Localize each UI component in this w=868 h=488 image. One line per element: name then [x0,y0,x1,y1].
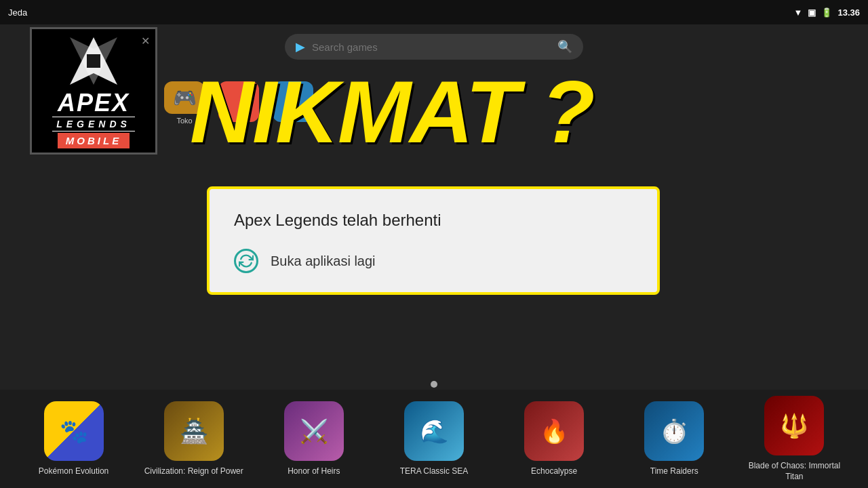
status-right: ▼ ▣ 🔋 13.36 [794,7,860,18]
legends-text: LEGENDS [52,117,135,131]
status-bar: Jeda ▼ ▣ 🔋 13.36 [0,0,868,24]
mobile-text: MOBILE [58,133,130,148]
svg-rect-2 [87,54,100,68]
search-input[interactable] [312,41,551,53]
game-item-echocalypse[interactable]: 🔥 Echocalypse [500,401,608,477]
civilization-icon: 🏯 [164,401,224,461]
game-item-honor[interactable]: ⚔️ Honor of Heirs [260,401,368,477]
timeraiders-label: Time Raiders [650,466,698,477]
search-bar-container: ▶ 🔍 [285,34,583,60]
echocalypse-icon: 🔥 [524,401,584,461]
search-icon[interactable]: 🔍 [557,39,572,54]
game-item-timeraiders[interactable]: ⏱️ Time Raiders [620,401,728,477]
civilization-label: Civilization: Reign of Power [144,466,243,477]
game-item-blade[interactable]: 🔱 Blade of Chaos: Immortal Titan [740,396,848,482]
pokemon-label: Pokémon Evolution [39,466,108,477]
battery-icon: 🔋 [821,7,832,18]
sim-icon: ▣ [808,7,816,18]
play-store-icon: ▶ [296,39,305,54]
game-item-tera[interactable]: 🌊 TERA Classic SEA [380,401,488,477]
pokemon-icon: 🐾 [44,401,104,461]
timeraiders-icon: ⏱️ [644,401,704,461]
blade-label: Blade of Chaos: Immortal Titan [740,461,848,482]
tera-label: TERA Classic SEA [400,466,469,477]
dialog-title: Apex Legends telah berhenti [234,211,633,230]
tera-icon: 🌊 [404,401,464,461]
bottom-games-row: 🐾 Pokémon Evolution 🏯 Civilization: Reig… [0,390,868,488]
nikmat-overlay-text: NIKMAT ? [190,68,593,156]
status-label: Jeda [8,7,27,18]
close-icon[interactable]: ✕ [141,35,150,47]
game-item-pokemon[interactable]: 🐾 Pokémon Evolution [20,401,128,477]
reopen-label: Buka aplikasi lagi [271,253,376,269]
apex-text: APEX [58,91,130,115]
crash-dialog: Apex Legends telah berhenti Buka aplikas… [207,186,660,295]
reopen-action[interactable]: Buka aplikasi lagi [234,249,633,273]
blade-icon: 🔱 [764,396,824,455]
honor-label: Honor of Heirs [288,466,340,477]
apex-logo: ✕ APEX LEGENDS MOBILE [30,27,157,155]
refresh-icon [234,249,258,273]
game-item-civilization[interactable]: 🏯 Civilization: Reign of Power [140,401,248,477]
wifi-icon: ▼ [794,7,803,18]
search-bar[interactable]: ▶ 🔍 [285,34,583,60]
honor-icon: ⚔️ [284,401,344,461]
time-display: 13.36 [837,7,860,18]
echocalypse-label: Echocalypse [531,466,577,477]
page-dot-indicator [431,381,437,388]
